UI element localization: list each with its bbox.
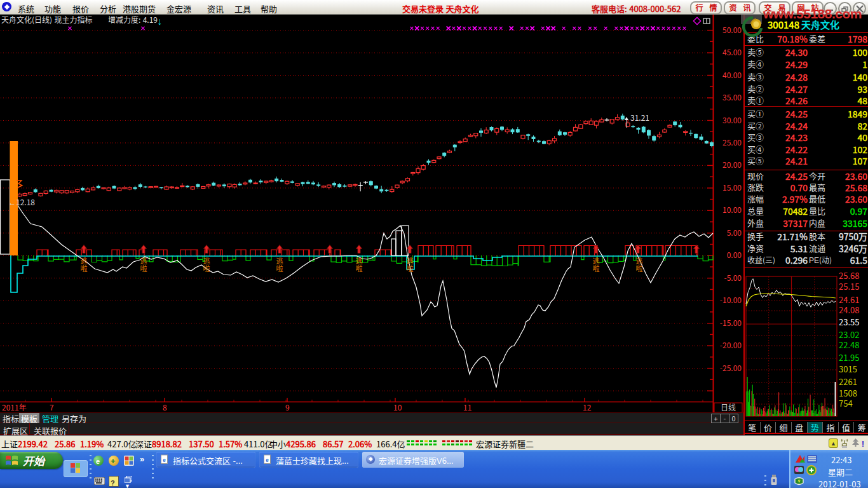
svg-text:15.00: 15.00 (722, 182, 742, 193)
svg-text:12: 12 (583, 402, 592, 412)
svg-text:啦: 啦 (81, 263, 88, 273)
svg-text:30.00: 30.00 (722, 114, 742, 125)
svg-text:-15.00: -15.00 (720, 317, 742, 328)
svg-text:啦: 啦 (636, 263, 643, 273)
svg-text:8: 8 (163, 402, 167, 412)
svg-text:2261: 2261 (839, 376, 857, 388)
svg-text:10.00: 10.00 (722, 204, 742, 215)
svg-text:啦: 啦 (407, 263, 414, 273)
svg-text:9: 9 (285, 402, 290, 412)
svg-text:7: 7 (50, 402, 54, 412)
svg-text:e: e (163, 456, 166, 463)
svg-text:45.00: 45.00 (722, 46, 742, 57)
svg-text:-20.00: -20.00 (720, 339, 742, 350)
svg-text:3015: 3015 (839, 363, 857, 375)
svg-text:增减力度: 4.19: 增减力度: 4.19 (108, 15, 158, 25)
svg-text:←12.18: ←12.18 (8, 196, 35, 207)
svg-text:-5.00: -5.00 (724, 272, 742, 283)
svg-text:25.15: 25.15 (839, 280, 859, 292)
svg-text:↓: ↓ (157, 15, 162, 28)
svg-text:天舟文化(日线) 现主力指标: 天舟文化(日线) 现主力指标 (1, 15, 92, 25)
svg-text:21.95: 21.95 (839, 351, 859, 363)
svg-text:24.08: 24.08 (839, 304, 859, 316)
svg-text:啦: 啦 (203, 263, 210, 273)
svg-text:10: 10 (393, 402, 402, 412)
svg-text:啦: 啦 (356, 263, 363, 273)
svg-text:日线: 日线 (721, 402, 736, 412)
svg-text:-10.00: -10.00 (720, 294, 742, 305)
svg-text:23.55: 23.55 (839, 316, 859, 328)
svg-text:50.00: 50.00 (722, 24, 742, 35)
svg-text:25.00: 25.00 (722, 137, 742, 147)
svg-text:啦: 啦 (140, 263, 147, 273)
svg-text:35.00: 35.00 (722, 92, 742, 102)
svg-text:20.00: 20.00 (722, 159, 742, 170)
svg-text:啦: 啦 (593, 263, 600, 273)
svg-text:5.00: 5.00 (727, 227, 742, 238)
svg-text:31.21: 31.21 (630, 112, 649, 123)
svg-text:e: e (266, 456, 269, 463)
svg-text:40.00: 40.00 (722, 69, 742, 80)
svg-text:11: 11 (463, 402, 471, 412)
svg-text:2011年: 2011年 (2, 402, 27, 412)
svg-text:啦: 啦 (276, 263, 283, 273)
svg-text:754: 754 (839, 397, 853, 409)
svg-text:22.48: 22.48 (839, 339, 859, 351)
svg-text:-25.00: -25.00 (720, 362, 742, 373)
svg-text:0.00: 0.00 (727, 249, 742, 260)
